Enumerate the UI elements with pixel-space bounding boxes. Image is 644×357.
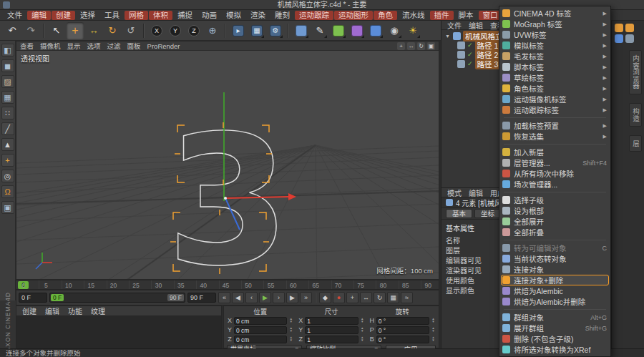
- context-menu-item[interactable]: 删除 (不包含子级): [499, 333, 610, 344]
- context-menu-item[interactable]: 当前状态转对象: [499, 253, 610, 264]
- coord-field[interactable]: 1: [305, 326, 358, 334]
- lock-y-button[interactable]: Y: [167, 22, 184, 39]
- menubar-item[interactable]: 编辑: [27, 11, 51, 20]
- spline-pen-button[interactable]: ✎: [311, 22, 328, 39]
- texture-mode-button[interactable]: ▨: [1, 75, 14, 88]
- menubar-item[interactable]: 运动图形: [334, 11, 373, 20]
- enabled-check-icon[interactable]: ✓: [467, 61, 473, 67]
- environment-button[interactable]: [367, 22, 384, 39]
- stepper[interactable]: ▲▼: [431, 336, 436, 342]
- menubar-item[interactable]: 角色: [374, 11, 397, 20]
- coord-field[interactable]: 1: [305, 317, 358, 325]
- menubar-item[interactable]: 选择: [76, 11, 99, 20]
- polygons-mode-button[interactable]: ▲: [1, 138, 14, 151]
- viewport-menu-item[interactable]: 过滤: [107, 41, 121, 51]
- context-menu-item[interactable]: 全部折叠: [499, 227, 610, 238]
- zoom-view-icon[interactable]: ↔: [407, 42, 415, 50]
- viewport-3d-scene[interactable]: 3: [16, 51, 439, 279]
- object-manager-menu-item[interactable]: 编辑: [469, 20, 483, 31]
- enable-axis-button[interactable]: +: [1, 154, 14, 167]
- menubar-item[interactable]: 模拟: [222, 11, 245, 20]
- object-label[interactable]: 路径 3: [475, 59, 501, 69]
- tim​eline-ruler[interactable]: 0 051015202530354045505560657075808590: [16, 280, 439, 290]
- coord-field[interactable]: 0 cm: [234, 336, 287, 343]
- menubar-item[interactable]: 动画: [197, 11, 221, 20]
- play-button[interactable]: ▶: [259, 292, 271, 303]
- context-menu-item[interactable]: 连接对象+删除: [501, 275, 609, 285]
- menubar-item[interactable]: 捕捉: [173, 11, 197, 20]
- stepper[interactable]: ▲▼: [288, 327, 293, 333]
- enabled-check-icon[interactable]: ✓: [467, 42, 473, 49]
- generator-button[interactable]: [330, 22, 347, 39]
- prev-frame-button[interactable]: ‹: [245, 292, 258, 303]
- workplane-lock-button[interactable]: ▣: [1, 201, 14, 214]
- stepper[interactable]: ▲▼: [431, 327, 436, 333]
- context-menu-item[interactable]: 连接对象: [499, 264, 610, 275]
- make-editable-button[interactable]: ◧: [1, 44, 14, 57]
- dock-tab[interactable]: 层: [629, 135, 642, 152]
- menubar-item[interactable]: 渲染: [246, 11, 270, 20]
- workplane-mode-button[interactable]: ▦: [1, 91, 14, 104]
- context-menu-item[interactable]: 加入新层: [499, 147, 610, 157]
- context-menu-item[interactable]: 加载标签预置▶: [499, 120, 610, 131]
- redo-icon[interactable]: ↷: [22, 22, 39, 39]
- context-menu-item[interactable]: 脚本标签▶: [499, 62, 610, 72]
- material-menu-item[interactable]: 编辑: [45, 305, 59, 316]
- camera-button[interactable]: ◉: [386, 22, 403, 39]
- next-key-button[interactable]: ▶: [286, 292, 298, 303]
- menubar-item[interactable]: 工具: [100, 11, 124, 20]
- points-mode-button[interactable]: ∷: [1, 107, 14, 119]
- material-list[interactable]: [16, 316, 221, 348]
- context-menu-item[interactable]: CINEMA 4D 标签▶: [499, 8, 610, 19]
- record-scale-button[interactable]: ↔: [360, 292, 372, 303]
- end-frame-field[interactable]: 90 F: [187, 293, 216, 303]
- undo-icon[interactable]: ↶: [4, 22, 21, 39]
- light-button[interactable]: ☀: [404, 22, 421, 39]
- context-menu-item[interactable]: 设为根部: [499, 205, 610, 216]
- context-menu-item[interactable]: 模拟标签▶: [499, 40, 610, 51]
- context-menu-item[interactable]: 恢复选集▶: [499, 131, 610, 142]
- context-menu-item[interactable]: 运动摄像机标签▶: [499, 94, 610, 104]
- last-used-tool[interactable]: ↺: [122, 22, 140, 39]
- goto-end-button[interactable]: »: [300, 292, 312, 303]
- context-menu-item[interactable]: 全部展开: [499, 216, 610, 227]
- rotate-view-icon[interactable]: ↻: [417, 42, 425, 50]
- menubar-item[interactable]: 流水线: [398, 11, 429, 20]
- context-menu-item[interactable]: 运动跟踪标签▶: [499, 104, 610, 115]
- menubar-item[interactable]: 雕刻: [270, 11, 294, 20]
- object-manager-menu-item[interactable]: 文件: [447, 20, 462, 31]
- rotate-tool[interactable]: ↻: [104, 22, 121, 39]
- viewport-menu-item[interactable]: ProRender: [147, 42, 180, 50]
- context-menu-item[interactable]: 选择子级: [499, 195, 610, 205]
- material-menu-item[interactable]: 创建: [22, 305, 36, 316]
- dock-tab[interactable]: 内容浏览器: [629, 50, 642, 94]
- edges-mode-button[interactable]: ╱: [1, 122, 14, 135]
- context-menu-item[interactable]: 群组对象Alt+G: [499, 312, 610, 323]
- menubar-item[interactable]: 脚本: [454, 11, 478, 20]
- stepper[interactable]: ▲▼: [431, 318, 436, 323]
- range-start-handle[interactable]: 0 F: [51, 294, 64, 301]
- context-menu-item[interactable]: 烘焙为Alembic并删除: [499, 296, 610, 307]
- attribute-manager-menu-item[interactable]: 模式: [447, 187, 462, 198]
- record-pla-button[interactable]: ≈: [401, 292, 413, 303]
- lock-z-button[interactable]: Z: [185, 22, 203, 39]
- stepper[interactable]: ▲▼: [360, 318, 365, 323]
- render-settings-button[interactable]: ⚙: [267, 22, 284, 39]
- context-menu-item[interactable]: 展开群组Shift+G: [499, 323, 610, 333]
- attribute-manager-menu-item[interactable]: 编辑: [469, 187, 483, 198]
- layout-icon-4[interactable]: [625, 34, 634, 43]
- material-menu-item[interactable]: 纹理: [91, 305, 105, 316]
- viewport-menu-item[interactable]: 选项: [87, 41, 101, 51]
- record-rotation-button[interactable]: ↻: [374, 292, 386, 303]
- viewport-solo-button[interactable]: ◎: [1, 170, 14, 182]
- toggle-view-icon[interactable]: ▣: [427, 42, 435, 50]
- viewport-menu-item[interactable]: 面板: [127, 41, 141, 51]
- layout-icon-2[interactable]: [625, 24, 634, 32]
- menubar-item[interactable]: 文件: [3, 11, 26, 20]
- live-selection-tool[interactable]: ↖: [48, 22, 65, 39]
- stepper[interactable]: ▲▼: [288, 318, 293, 323]
- coord-field[interactable]: 0 °: [376, 317, 429, 325]
- attribute-tab[interactable]: 坐标: [474, 209, 501, 218]
- context-menu-item[interactable]: 从所有场次中移除: [499, 168, 610, 179]
- snap-magnet-button[interactable]: Ω: [1, 185, 14, 198]
